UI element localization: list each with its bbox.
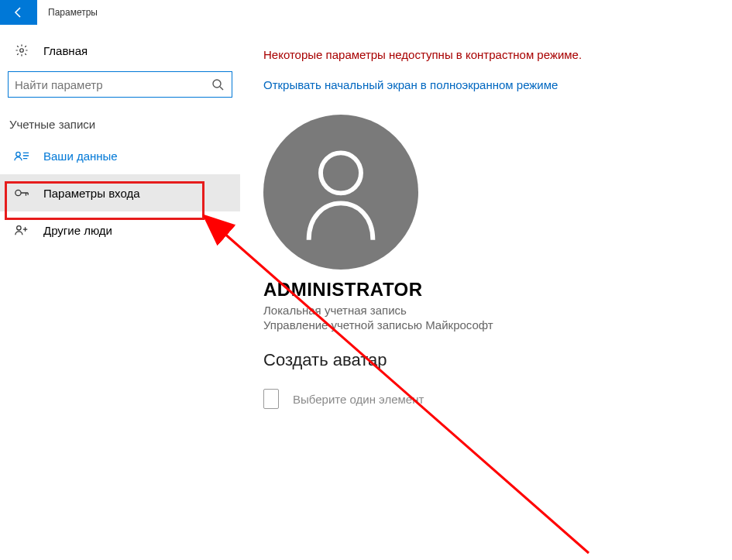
create-avatar-heading: Создать аватар	[263, 350, 724, 370]
username: ADMINISTRATOR	[263, 279, 724, 301]
window-title: Параметры	[48, 7, 98, 18]
home-nav[interactable]: Главная	[0, 36, 240, 65]
picker-thumbnail-icon	[263, 389, 279, 409]
sidebar-item-label: Ваши данные	[43, 149, 118, 163]
manage-account-link[interactable]: Управление учетной записью Майкрософт	[263, 318, 724, 332]
svg-point-3	[15, 190, 21, 195]
search-input[interactable]	[15, 77, 210, 93]
sidebar-item-label: Другие люди	[43, 224, 112, 237]
svg-point-0	[20, 49, 24, 53]
svg-point-2	[16, 152, 20, 156]
people-plus-icon	[14, 224, 29, 236]
back-button[interactable]	[0, 0, 37, 25]
sidebar-item-sign-in-options[interactable]: Параметры входа	[0, 174, 240, 211]
search-icon	[210, 78, 225, 91]
account-type: Локальная учетная запись	[263, 304, 724, 317]
sidebar-item-label: Параметры входа	[43, 187, 140, 200]
svg-point-1	[213, 80, 221, 88]
svg-point-5	[321, 153, 361, 193]
sidebar-item-your-info[interactable]: Ваши данные	[0, 137, 240, 174]
person-card-icon	[14, 149, 29, 162]
key-icon	[14, 187, 29, 199]
section-title: Учетные записи	[0, 98, 240, 137]
avatar-picker[interactable]: Выберите один элемент	[263, 389, 724, 409]
user-icon	[294, 141, 387, 244]
picker-label: Выберите один элемент	[293, 393, 424, 406]
search-box[interactable]	[8, 71, 232, 98]
gear-icon	[14, 43, 29, 57]
avatar	[263, 115, 418, 270]
sidebar: Главная Учетные записи Ваши данные	[0, 25, 240, 409]
titlebar: Параметры	[0, 0, 732, 25]
arrow-left-icon	[11, 6, 26, 19]
contrast-warning: Некоторые параметры недоступны в контрас…	[263, 48, 724, 61]
fullscreen-start-link[interactable]: Открывать начальный экран в полноэкранно…	[263, 78, 724, 91]
main-pane: Некоторые параметры недоступны в контрас…	[240, 25, 732, 409]
sidebar-item-other-people[interactable]: Другие люди	[0, 211, 240, 249]
home-label: Главная	[43, 44, 88, 57]
svg-point-4	[17, 226, 21, 230]
